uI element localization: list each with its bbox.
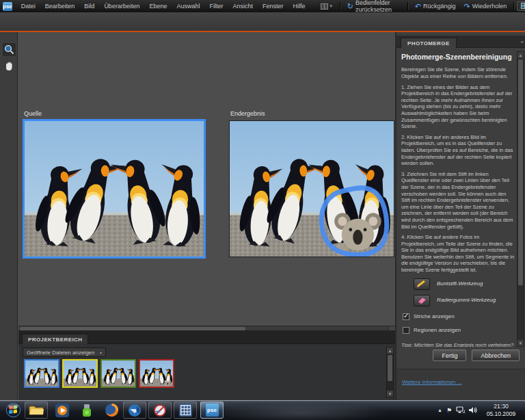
menu-ebene[interactable]: Ebene: [144, 0, 172, 12]
reset-panels-icon: ↻: [347, 3, 353, 10]
tray-expand-icon[interactable]: ▲: [438, 408, 442, 412]
system-tray: ▲ ⚑ 21:30 05.10.2009: [438, 400, 524, 420]
cancel-button[interactable]: Abbrechen: [472, 350, 520, 361]
menu-ueberarbeiten[interactable]: Überarbeiten: [99, 0, 144, 12]
action-center-flag-icon[interactable]: ⚑: [446, 407, 452, 414]
pencil-tool-label: Buntstift-Werkzeug: [437, 280, 483, 287]
more-info-link[interactable]: Weitere Informationen ...: [402, 379, 461, 385]
eraser-tool-label: Radiergummi-Werkzeug: [437, 297, 496, 304]
menu-hilfe[interactable]: Hilfe: [288, 0, 310, 12]
thumbnail-2[interactable]: [62, 359, 98, 388]
pse-taskbar-button[interactable]: pse: [200, 402, 224, 419]
pse-taskbar-icon: pse: [206, 404, 219, 417]
calculator-icon: [179, 404, 192, 417]
eraser-tool-button[interactable]: [414, 295, 430, 306]
scrollbar-thumb[interactable]: [388, 355, 392, 381]
menu-auswahl[interactable]: Auswahl: [172, 0, 204, 12]
usb-device-taskbar-button[interactable]: [75, 402, 98, 419]
pencil-tool-button[interactable]: [414, 278, 430, 290]
menu-datei[interactable]: Datei: [16, 0, 40, 12]
reset-panels-label: Bedienfelder zurücksetzen: [355, 0, 401, 13]
undo-button[interactable]: ↶ Rückgängig: [411, 0, 460, 12]
menu-bearbeiten[interactable]: Bearbeiten: [40, 0, 80, 12]
panel-intro: Bereinigen Sie die Szene, indem Sie stör…: [401, 66, 515, 79]
scroll-down-icon[interactable]: ▼: [387, 391, 393, 397]
app-icon: [153, 404, 167, 417]
pencil-icon: [416, 280, 427, 288]
window-arrange-button[interactable]: ▾: [316, 0, 338, 12]
project-bin-tab[interactable]: PROJEKTBEREICH: [22, 334, 88, 344]
folder-icon: [29, 404, 44, 416]
show-strokes-checkbox[interactable]: ✓: [403, 313, 409, 320]
tab-photomerge[interactable]: PHOTOMERGE: [401, 38, 457, 48]
undo-icon: ↶: [415, 3, 421, 10]
scroll-down-icon[interactable]: ▼: [517, 340, 524, 346]
tip-text: Tipp: Möchten Sie das Ergebnis noch verf…: [401, 342, 515, 347]
firefox-taskbar-button[interactable]: [100, 402, 123, 419]
photomerge-panel: PHOTOMERGE » Photomerge-Szenenbereinigun…: [395, 32, 525, 400]
app-taskbar-button[interactable]: [148, 402, 172, 419]
show-strokes-label: Striche anzeigen: [414, 313, 455, 320]
chevron-down-icon: ▾: [330, 3, 333, 9]
menu-bar: pse Datei Bearbeiten Bild Überarbeiten E…: [0, 0, 525, 12]
redo-icon: ↷: [463, 3, 470, 10]
media-player-taskbar-button[interactable]: [51, 402, 74, 419]
open-files-dropdown-label: Geöffnete Dateien anzeigen: [27, 350, 94, 356]
clock-date: 05.10.2009: [481, 410, 521, 418]
step-1: 1. Ziehen Sie eines der Bilder aus dem P…: [401, 84, 515, 130]
step-2: 2. Klicken Sie auf ein anderes Bild im P…: [401, 134, 515, 167]
show-regions-checkbox[interactable]: ✓: [403, 327, 409, 334]
explorer-taskbar-button[interactable]: [25, 402, 48, 419]
reset-panels-button[interactable]: ↻ Bedienfelder zurücksetzen: [343, 0, 405, 12]
editor-canvas: Quelle Endergebnis: [18, 32, 395, 330]
menu-fenster[interactable]: Fenster: [258, 0, 288, 12]
done-button[interactable]: Fertig: [433, 350, 466, 361]
clock-time: 21:30: [481, 403, 521, 410]
panel-title: Photomerge-Szenenbereinigung: [401, 53, 515, 62]
menu-filter[interactable]: Filter: [204, 0, 228, 12]
thunderbird-icon: [128, 404, 142, 417]
menu-bild[interactable]: Bild: [79, 0, 99, 12]
horizontal-scrollbar[interactable]: [18, 326, 395, 330]
taskbar-clock[interactable]: 21:30 05.10.2009: [481, 403, 521, 417]
active-mode-accent-line: [0, 31, 525, 32]
open-files-dropdown[interactable]: Geöffnete Dateien anzeigen ▾: [23, 347, 106, 357]
start-button[interactable]: [1, 402, 25, 419]
thumbnail-1[interactable]: [24, 359, 59, 388]
hand-icon: [5, 61, 14, 71]
windows-start-icon: [5, 402, 21, 418]
pse-logo: pse: [3, 2, 12, 11]
project-bin-tabstrip: PROJEKTBEREICH: [18, 330, 395, 344]
result-image[interactable]: [229, 120, 394, 257]
zoom-tool-button[interactable]: [3, 43, 16, 56]
thumbnail-4[interactable]: [139, 359, 174, 388]
windows-taskbar: pse ▲ ⚑ 21:30 05.10.2009: [0, 400, 525, 420]
panel-footer: Weitere Informationen ...: [396, 369, 525, 400]
app-window: pse Datei Bearbeiten Bild Überarbeiten E…: [0, 0, 525, 420]
volume-icon[interactable]: [469, 404, 477, 417]
scroll-up-icon[interactable]: ▲: [387, 347, 393, 354]
panel-menu-icon[interactable]: »: [521, 39, 524, 45]
tool-strip: [0, 32, 18, 400]
source-image[interactable]: [23, 119, 206, 259]
scrollbar-thumb[interactable]: [518, 60, 523, 285]
show-strokes-row: ✓ Striche anzeigen: [403, 313, 515, 320]
wallpaper-glow: [205, 402, 396, 420]
menu-ansicht[interactable]: Ansicht: [228, 0, 258, 12]
network-icon[interactable]: [456, 404, 465, 417]
tool-options-bar: [0, 12, 525, 31]
hand-tool-button[interactable]: [3, 60, 16, 73]
thumbnail-3[interactable]: [100, 359, 136, 388]
project-scrollbar[interactable]: ▲ ▼: [386, 347, 394, 397]
organizer-button[interactable]: Organizer: [517, 1, 525, 11]
redo-label: Wiederholen: [472, 3, 507, 10]
chevron-down-icon: ▾: [100, 350, 102, 355]
magnifier-icon: [4, 44, 14, 55]
thunderbird-taskbar-button[interactable]: [123, 402, 146, 419]
firefox-icon: [105, 403, 119, 417]
redo-button[interactable]: ↷ Wiederholen: [459, 0, 511, 12]
show-regions-row: ✓ Regionen anzeigen: [403, 327, 515, 334]
calculator-taskbar-button[interactable]: [174, 402, 197, 419]
scroll-up-icon[interactable]: ▲: [517, 52, 524, 58]
panel-scrollbar[interactable]: ▲ ▼: [517, 51, 524, 347]
